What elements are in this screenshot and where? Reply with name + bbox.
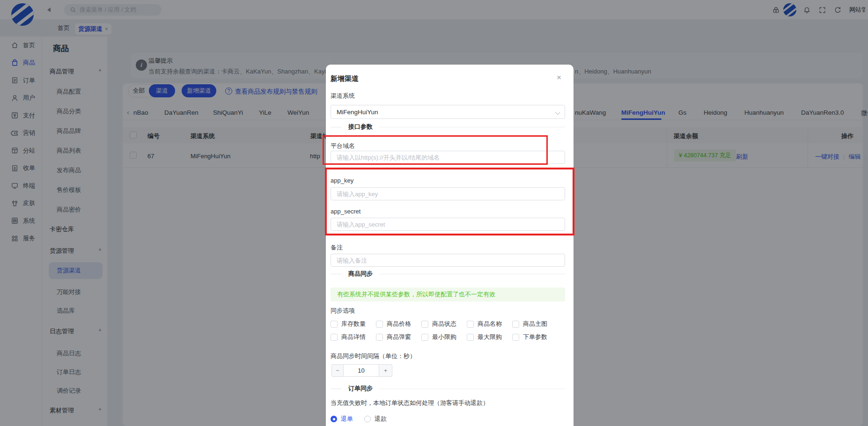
checkbox-product-image[interactable]: 商品主图 — [512, 320, 558, 328]
section-order-sync: 订单同步 — [331, 385, 565, 392]
chevron-down-icon — [555, 110, 560, 115]
radio-refund[interactable]: 退款 — [364, 415, 387, 423]
close-icon[interactable]: × — [557, 73, 561, 82]
checkbox-product-name[interactable]: 商品名称 — [467, 320, 512, 328]
channel-system-select[interactable]: MiFengHuiYun — [331, 105, 565, 119]
annotation-box-app-credentials — [325, 168, 574, 235]
order-fail-question: 当充值失败时，本地订单状态如何处理（游客请手动退款） — [331, 399, 489, 407]
sync-options-row-1: 库存数量 商品价格 商品状态 商品名称 商品主图 — [331, 320, 558, 328]
stepper-plus-button[interactable]: + — [379, 364, 392, 377]
annotation-box-platform-domain — [323, 135, 548, 165]
remark-label: 备注 — [331, 243, 343, 252]
add-channel-modal: 新增渠道 × 渠道系统 MiFengHuiYun 接口参数 平台域名 app_k… — [326, 65, 574, 426]
checkbox-stock-qty[interactable]: 库存数量 — [331, 320, 376, 328]
sync-options-label: 同步选项 — [331, 307, 355, 315]
checkbox-product-status[interactable]: 商品状态 — [421, 320, 467, 328]
stepper-value[interactable]: 10 — [344, 364, 379, 377]
order-fail-radio-group: 退单 退款 — [331, 415, 387, 423]
checkbox-product-detail[interactable]: 商品详情 — [331, 333, 376, 341]
section-api-params: 接口参数 — [331, 124, 565, 130]
checkbox-order-params[interactable]: 下单参数 — [512, 333, 558, 341]
checkbox-min-purchase[interactable]: 最小限购 — [421, 333, 467, 341]
interval-stepper: − 10 + — [331, 364, 392, 377]
remark-input[interactable] — [331, 254, 565, 267]
radio-chargeback-selected[interactable]: 退单 — [331, 415, 353, 423]
stepper-minus-button[interactable]: − — [331, 364, 344, 377]
sync-warning: 有些系统并不提供某些参数，所以即使配置了也不一定有效 — [331, 287, 565, 301]
sync-options-row-2: 商品详情 商品弹窗 最小限购 最大限购 下单参数 — [331, 333, 558, 341]
checkbox-product-price[interactable]: 商品价格 — [376, 320, 421, 328]
radio-off-icon — [364, 416, 371, 422]
interval-label: 商品同步时间间隔（单位：秒） — [331, 352, 416, 360]
radio-on-icon — [331, 416, 337, 422]
checkbox-product-popup[interactable]: 商品弹窗 — [376, 333, 421, 341]
modal-title: 新增渠道 — [331, 74, 359, 83]
section-product-sync: 商品同步 — [331, 271, 565, 277]
channel-system-label: 渠道系统 — [331, 92, 355, 100]
checkbox-max-purchase[interactable]: 最大限购 — [467, 333, 512, 341]
